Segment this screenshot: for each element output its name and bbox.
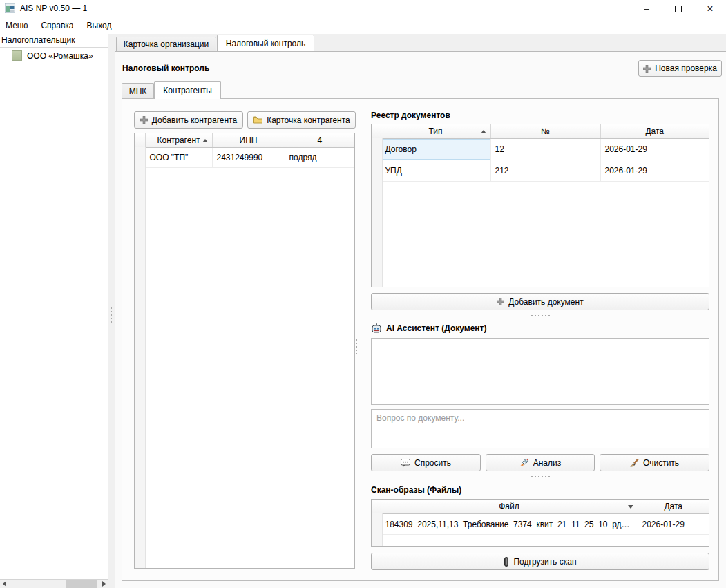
upload-scan-button[interactable]: Подгрузить скан <box>371 553 709 570</box>
sort-asc-icon <box>202 139 208 142</box>
contractors-table[interactable]: Контрагент ИНН 4 1 ООО "ТП" 2431249990 п… <box>134 133 355 569</box>
cell-contractor-inn[interactable]: 2431249990 <box>212 148 285 168</box>
scans-table[interactable]: Файл Дата 1 184309_2025,11,13_Требование… <box>371 499 709 547</box>
cell-scan-file[interactable]: 184309_2025,11,13_Требование_7374_квит_2… <box>381 514 638 535</box>
table-row[interactable]: 2 УПД 212 2026-01-29 <box>372 160 709 182</box>
analyze-label: Анализ <box>533 458 562 468</box>
speech-bubble-icon <box>401 459 410 467</box>
column-header-file[interactable]: Файл <box>381 500 638 514</box>
cell-doc-date[interactable]: 2026-01-29 <box>600 160 709 182</box>
cell-contractor-kind[interactable]: подряд <box>285 148 354 168</box>
cell-scan-date[interactable]: 2026-01-29 <box>638 514 709 535</box>
sort-asc-icon <box>481 130 486 133</box>
subtab-mnk-label: МНК <box>129 86 147 96</box>
ai-question-input[interactable] <box>371 409 709 448</box>
robot-icon <box>371 323 382 333</box>
add-document-button[interactable]: Добавить документ <box>371 293 709 310</box>
column-header-date[interactable]: Дата <box>638 500 709 514</box>
ai-assistant-title-row: AI Ассистент (Документ) <box>371 323 486 333</box>
company-node-icon <box>12 50 22 61</box>
cell-doc-type-selected[interactable]: Договор <box>381 139 490 160</box>
column-header-contractor[interactable]: Контрагент <box>145 133 212 148</box>
row-number-gutter <box>372 138 383 287</box>
scans-title: Скан-образы (Файлы) <box>371 485 461 495</box>
splitter-handle-icon <box>111 307 112 323</box>
ai-assistant-title: AI Ассистент (Документ) <box>386 323 486 333</box>
sort-desc-icon <box>628 505 633 509</box>
table-header-row: Файл Дата <box>372 500 709 514</box>
rocket-icon <box>519 458 529 467</box>
gutter-header <box>372 124 381 139</box>
tab-tax-control-label: Налоговый контроль <box>226 39 306 48</box>
scroll-right-icon[interactable] <box>99 580 108 588</box>
menu-item-menu[interactable]: Меню <box>0 18 35 33</box>
app-icon <box>5 3 15 13</box>
subtab-mnk[interactable]: МНК <box>122 83 154 99</box>
panel-splitter[interactable] <box>108 34 115 588</box>
table-row[interactable]: 1 ООО "ТП" 2431249990 подряд <box>135 148 354 168</box>
clear-label: Очистить <box>643 458 679 468</box>
brush-icon <box>630 458 639 467</box>
row-number-gutter <box>372 513 383 546</box>
column-splitter-handle[interactable] <box>356 339 357 354</box>
upload-scan-label: Подгрузить скан <box>513 557 576 567</box>
tab-org-card-label: Карточка организации <box>124 39 209 49</box>
column-header-4[interactable]: 4 <box>285 133 354 148</box>
row-number-gutter <box>135 147 146 568</box>
section-splitter[interactable] <box>371 315 709 316</box>
menu-bar: Меню Справка Выход <box>0 17 726 34</box>
column-header-inn[interactable]: ИНН <box>212 133 285 148</box>
tree-horizontal-scrollbar[interactable] <box>0 579 108 588</box>
taxpayer-panel-header: Налогоплательщик <box>0 34 108 48</box>
plus-icon <box>497 298 504 305</box>
ask-button[interactable]: Спросить <box>371 454 481 471</box>
cell-doc-number[interactable]: 12 <box>490 139 600 160</box>
cell-contractor-name[interactable]: ООО "ТП" <box>145 148 212 168</box>
contractor-card-label: Карточка контрагента <box>267 115 350 125</box>
tree-item-company[interactable]: ООО «Ромашка» <box>0 48 108 64</box>
window-title: AIS NP v0.50 — 1 <box>20 3 87 13</box>
cell-doc-number[interactable]: 212 <box>490 160 600 182</box>
menu-item-exit[interactable]: Выход <box>82 18 120 33</box>
ask-label: Спросить <box>414 458 451 468</box>
column-header-type[interactable]: Тип <box>381 124 490 139</box>
table-header-row: Тип № Дата <box>372 124 709 139</box>
new-check-label: Новая проверка <box>655 64 717 73</box>
column-header-number[interactable]: № <box>490 124 600 139</box>
page-title: Налоговый контроль <box>122 64 209 73</box>
tree-item-label: ООО «Ромашка» <box>27 51 93 61</box>
plus-icon <box>643 65 651 73</box>
plus-icon <box>140 116 148 124</box>
folder-icon <box>253 116 262 124</box>
table-header-row: Контрагент ИНН 4 <box>135 133 354 148</box>
main-area: Карточка организации Налоговый контроль … <box>115 34 726 588</box>
subtab-contractors[interactable]: Контрагенты <box>154 81 221 99</box>
analyze-button[interactable]: Анализ <box>486 454 595 471</box>
scrollbar-thumb[interactable] <box>66 580 97 588</box>
minimize-button[interactable]: – <box>631 0 662 17</box>
ai-output-box <box>371 338 709 405</box>
menu-item-help[interactable]: Справка <box>35 18 81 33</box>
tab-org-card[interactable]: Карточка организации <box>116 37 216 51</box>
close-button[interactable]: × <box>694 0 726 17</box>
cell-doc-date[interactable]: 2026-01-29 <box>600 139 709 160</box>
contractors-frame: Добавить контрагента Карточка контрагент… <box>122 98 719 581</box>
paperclip-icon <box>504 557 509 567</box>
contractor-card-button[interactable]: Карточка контрагента <box>247 111 356 129</box>
table-row[interactable]: 1 Договор 12 2026-01-29 <box>372 139 709 160</box>
title-bar[interactable]: AIS NP v0.50 — 1 – × <box>0 0 726 17</box>
maximize-button[interactable] <box>662 0 694 17</box>
clear-button[interactable]: Очистить <box>600 454 709 471</box>
cell-doc-type[interactable]: УПД <box>381 160 490 182</box>
documents-table[interactable]: Тип № Дата 1 Договор 12 2026-01-29 2 <box>371 124 709 287</box>
tab-tax-control[interactable]: Налоговый контроль <box>217 35 314 51</box>
section-splitter[interactable] <box>371 476 709 477</box>
column-header-date[interactable]: Дата <box>600 124 709 139</box>
documents-title: Реестр документов <box>371 111 450 120</box>
new-check-button[interactable]: Новая проверка <box>638 60 722 77</box>
scroll-left-icon[interactable] <box>0 580 9 588</box>
tax-control-pane: Налоговый контроль Новая проверка МНК Ко… <box>115 51 726 588</box>
gutter-header <box>135 133 145 148</box>
add-contractor-button[interactable]: Добавить контрагента <box>134 111 243 129</box>
table-row[interactable]: 1 184309_2025,11,13_Требование_7374_квит… <box>372 514 709 535</box>
